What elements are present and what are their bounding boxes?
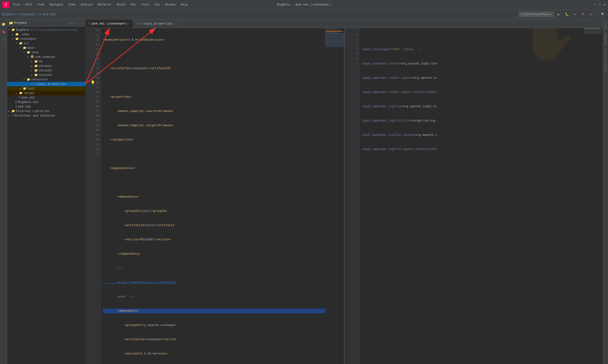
tab-pom-xml-icon: V <box>89 22 90 26</box>
tab-pom-xml[interactable]: V pom.xml (zookeeper) ✕ <box>86 19 133 28</box>
menu-run[interactable]: Run <box>128 2 138 7</box>
tree-item-zk[interactable]: ▶ 📁 zk <box>7 59 85 64</box>
tree-item-resources[interactable]: ▼ 📁 resources <box>7 77 85 82</box>
code-line: </properties> <box>103 137 325 142</box>
code-line: <!-- <box>103 266 325 271</box>
tree-label-resources: resources <box>31 78 48 81</box>
tree-label-external-libs: External Libraries <box>16 109 49 113</box>
minimize-button[interactable]: ─ <box>594 3 596 7</box>
menu-refactor[interactable]: Refactor <box>96 2 114 7</box>
tree-label-bigdata-iml: BigData.iml <box>18 100 38 104</box>
editor-right-content[interactable]: 1 2 3 4 5 6 7 8 ✋ log4j.rootL <box>345 28 603 364</box>
menu-view[interactable]: View <box>35 2 47 7</box>
menu-help[interactable]: Help <box>178 2 190 7</box>
tree-item-zkcase3[interactable]: ▶ 📁 zkcase3 <box>7 73 85 77</box>
code-line-r5: log4j.appender.logfile=org.apache.log4j.… <box>362 104 584 109</box>
menu-tools[interactable]: Tools <box>139 2 152 7</box>
minimap-left[interactable] <box>325 28 344 364</box>
tree-item-idea[interactable]: ▶ 📁 .idea <box>7 32 85 37</box>
project-tool-button[interactable]: 📁 <box>1 21 6 27</box>
expand-icon[interactable]: ⇱ <box>72 21 74 25</box>
tree-item-target[interactable]: ▶ 📁 target <box>7 91 85 95</box>
folder-icon-bigdata: 📁 <box>12 28 15 32</box>
tree-item-zookeeper[interactable]: ▼ 📁 zookeeper <box>7 37 85 41</box>
structure-tool-button[interactable]: ⬡ <box>1 37 6 42</box>
tree-arrow-zkcase3: ▶ <box>31 74 34 77</box>
tree-item-pom-zookeeper[interactable]: ▶ V pom.xml <box>7 95 85 100</box>
tree-item-external-libs[interactable]: ▶ 📁 External Libraries <box>7 109 85 113</box>
code-line-r2: log4j.appender.stdout=org.apache.log4j.C… <box>362 61 584 66</box>
editor-left-content[interactable]: 10 11 12 13 14 15 16 17 18 19 20 21 22 2… <box>86 28 344 364</box>
code-line: <artifactId>junit</artifactI <box>103 223 325 228</box>
locate-icon[interactable]: ⊙ <box>69 21 71 25</box>
project-dropdown-icon[interactable]: ▾ <box>29 21 31 25</box>
editor-area: V pom.xml (zookeeper) ✕ </> log4j.proper… <box>86 19 603 364</box>
right-tab-bigdata[interactable]: Big Data Tools <box>603 48 608 73</box>
tree-item-src[interactable]: ▼ 📁 src <box>7 41 85 46</box>
gutter-left <box>86 28 90 364</box>
tree-item-test[interactable]: ▶ 📁 test <box>7 86 85 91</box>
tab-log4j[interactable]: </> log4j.properties ✕ <box>133 19 179 28</box>
tree-item-java[interactable]: ▼ 📁 java <box>7 50 85 55</box>
minimap-right[interactable] <box>584 28 603 364</box>
right-tab-database[interactable]: Database <box>603 31 608 48</box>
coverage-button[interactable]: ☂ <box>572 11 578 18</box>
breadcrumb-bigdata[interactable]: BigData <box>2 13 15 16</box>
code-line: <maven.compiler.source>8</maven. <box>103 109 325 114</box>
code-area-left[interactable]: <modelVersion>4.0.0</modelVersion> <arti… <box>101 28 325 364</box>
breadcrumb-pom[interactable]: V pom.xml <box>39 13 56 16</box>
bookmark-tool-button[interactable]: 🔖 <box>1 29 6 35</box>
run-button[interactable]: ▶ <box>555 11 562 18</box>
tree-item-zkcase1[interactable]: ▶ 📁 zkcase1 <box>7 64 85 68</box>
debug-button[interactable]: 🐛 <box>564 11 570 18</box>
tree-item-log4j[interactable]: ▶ </> log4j.properties <box>7 82 85 86</box>
tree-item-main[interactable]: ▼ 📁 main <box>7 46 85 50</box>
run-config-selector[interactable]: ⚙ CuratorLockTest ▾ <box>519 12 554 17</box>
right-tab-maven[interactable]: Maven <box>603 19 608 31</box>
tree-arrow-main: ▼ <box>19 47 22 49</box>
project-tree: ▼ 📁 BigData D:\Projects\IdeaProjects\Big… <box>7 27 85 364</box>
settings-icon[interactable]: ⋮ <box>78 21 81 25</box>
breadcrumb-zookeeper[interactable]: zookeeper <box>19 13 35 16</box>
tree-item-pom-root[interactable]: ▶ V pom.xml <box>7 104 85 109</box>
code-line: <artifactId>zookeeper</artifactId> <box>103 66 325 71</box>
tree-label-zkcase2: zkcase2 <box>39 69 52 72</box>
tree-label-main: main <box>27 46 35 50</box>
tree-arrow-bigdata-iml: ▶ <box>12 101 15 104</box>
menu-analyze[interactable]: Analyze <box>78 2 95 7</box>
code-line-r8: log4j.appender.logfile.layout.Conversion… <box>362 147 584 152</box>
menu-file[interactable]: File <box>11 2 23 7</box>
menu-code[interactable]: Code <box>66 2 78 7</box>
menu-git[interactable]: Git <box>152 2 163 7</box>
title-bar: J File Edit View Navigate Code Analyze R… <box>0 0 608 10</box>
maximize-button[interactable]: □ <box>599 3 601 7</box>
code-line: <modelVersion>4.0.0</modelVersion> <box>103 38 325 42</box>
lightbulb-icon[interactable]: 💡 <box>90 80 95 85</box>
tab-log4j-close[interactable]: ✕ <box>174 22 175 25</box>
profile-button[interactable]: ⏱ <box>580 11 586 18</box>
tree-item-com-codecat[interactable]: ▼ 📦 com.codecat <box>7 55 85 59</box>
menu-window[interactable]: Window <box>163 2 178 7</box>
tree-item-bigdata[interactable]: ▼ 📁 BigData D:\Projects\IdeaProjects\Big… <box>7 27 85 32</box>
package-icon-zkcase1: 📁 <box>34 64 38 68</box>
menu-build[interactable]: Build <box>114 2 128 7</box>
code-area-right[interactable]: ✋ log4j.rootLogger=INFO, stdout✓ log4j.a… <box>360 28 584 364</box>
tab-pom-xml-close[interactable]: ✕ <box>129 22 130 25</box>
tree-item-bigdata-iml[interactable]: ▶ B BigData.iml <box>7 100 85 104</box>
search-everywhere-button[interactable]: 🔍 <box>599 11 606 18</box>
close-button[interactable]: ✕ <box>604 3 606 7</box>
run-config-dropdown[interactable]: ▾ <box>550 13 552 16</box>
tree-item-scratches[interactable]: ▶ ≡ Scratches and Consoles <box>7 113 85 118</box>
tree-arrow-pom-zookeeper: ▶ <box>16 96 19 99</box>
minimize-panel-icon[interactable]: ─ <box>82 21 83 25</box>
code-line <box>103 52 325 57</box>
menu-edit[interactable]: Edit <box>23 2 35 7</box>
tree-item-zkcase2[interactable]: ▶ 📁 zkcase2 <box>7 68 85 73</box>
stop-button[interactable]: ■ <box>588 11 594 18</box>
editor-split: 10 11 12 13 14 15 16 17 18 19 20 21 22 2… <box>86 28 603 364</box>
window-title: BigData - pom.xml (zookeeper) <box>277 3 331 6</box>
menu-navigate[interactable]: Navigate <box>47 2 66 7</box>
tree-arrow-com-codecat: ▼ <box>27 56 30 58</box>
tree-arrow-log4j: ▶ <box>27 83 30 86</box>
collapse-icon[interactable]: ⇲ <box>75 21 77 25</box>
